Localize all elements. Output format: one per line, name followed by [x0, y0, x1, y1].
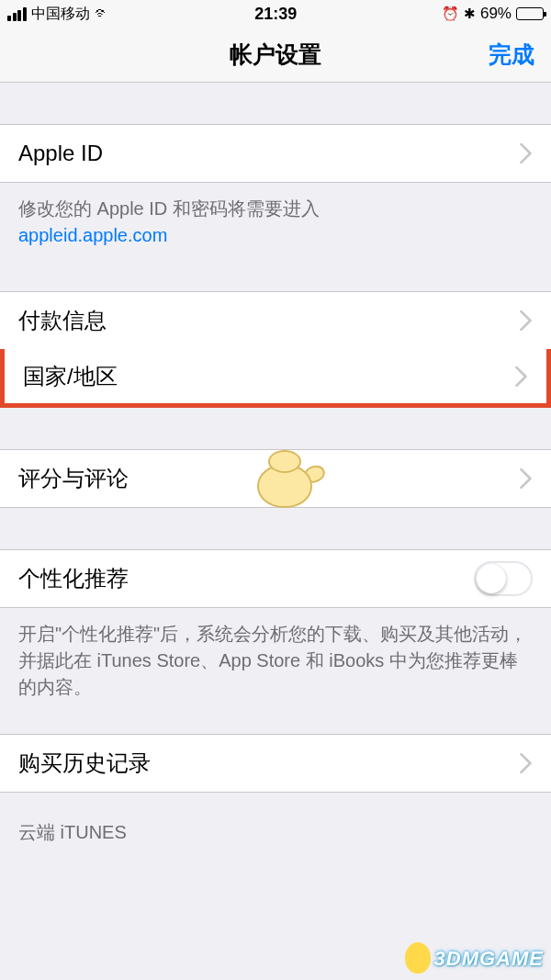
personalization-footer: 开启"个性化推荐"后，系统会分析您的下载、购买及其他活动，并据此在 iTunes… — [0, 608, 551, 708]
chevron-right-icon — [515, 366, 528, 387]
purchase-history-cell[interactable]: 购买历史记录 — [0, 734, 551, 793]
status-left: 中国移动 ᯤ — [7, 5, 110, 24]
apple-id-link[interactable]: appleid.apple.com — [18, 225, 167, 245]
purchase-history-label: 购买历史记录 — [18, 749, 151, 778]
apple-id-footer-text: 修改您的 Apple ID 和密码将需要进入 — [18, 198, 320, 219]
payment-info-label: 付款信息 — [18, 306, 107, 335]
spacer — [0, 508, 551, 549]
personalization-cell: 个性化推荐 — [0, 549, 551, 608]
watermark-icon — [405, 942, 431, 974]
nav-bar: 帐户设置 完成 — [0, 28, 551, 83]
toggle-knob — [477, 564, 506, 593]
alarm-icon: ⏰ — [442, 6, 459, 22]
cloud-itunes-header: 云端 iTUNES — [0, 793, 551, 854]
signal-icon — [7, 7, 27, 21]
watermark: 3DMGAME — [405, 944, 544, 975]
ratings-reviews-label: 评分与评论 — [18, 464, 129, 493]
battery-icon — [516, 7, 544, 20]
status-right: ⏰ ✱ 69% — [442, 5, 544, 23]
carrier-label: 中国移动 — [31, 5, 90, 24]
bluetooth-icon: ✱ — [464, 6, 476, 22]
apple-id-cell[interactable]: Apple ID — [0, 124, 551, 183]
page-title: 帐户设置 — [230, 39, 321, 70]
personalization-label: 个性化推荐 — [18, 564, 129, 593]
country-region-cell[interactable]: 国家/地区 — [0, 349, 551, 408]
status-bar: 中国移动 ᯤ 21:39 ⏰ ✱ 69% — [0, 0, 551, 28]
chevron-right-icon — [520, 310, 533, 331]
spacer — [0, 708, 551, 734]
spacer — [0, 256, 551, 291]
country-region-label: 国家/地区 — [23, 362, 118, 391]
spacer — [0, 408, 551, 449]
chevron-right-icon — [520, 468, 533, 489]
done-button[interactable]: 完成 — [489, 39, 534, 70]
personalization-toggle[interactable] — [474, 561, 533, 596]
apple-id-label: Apple ID — [18, 141, 103, 166]
wifi-icon: ᯤ — [95, 5, 110, 23]
chevron-right-icon — [520, 753, 533, 773]
status-time: 21:39 — [254, 5, 297, 24]
chevron-right-icon — [520, 143, 533, 163]
watermark-text: 3DMGAME — [434, 947, 544, 970]
apple-id-footer: 修改您的 Apple ID 和密码将需要进入 appleid.apple.com — [0, 183, 551, 256]
payment-info-cell[interactable]: 付款信息 — [0, 291, 551, 350]
spacer — [0, 83, 551, 124]
battery-percent: 69% — [480, 5, 512, 23]
ratings-reviews-cell[interactable]: 评分与评论 — [0, 449, 551, 508]
